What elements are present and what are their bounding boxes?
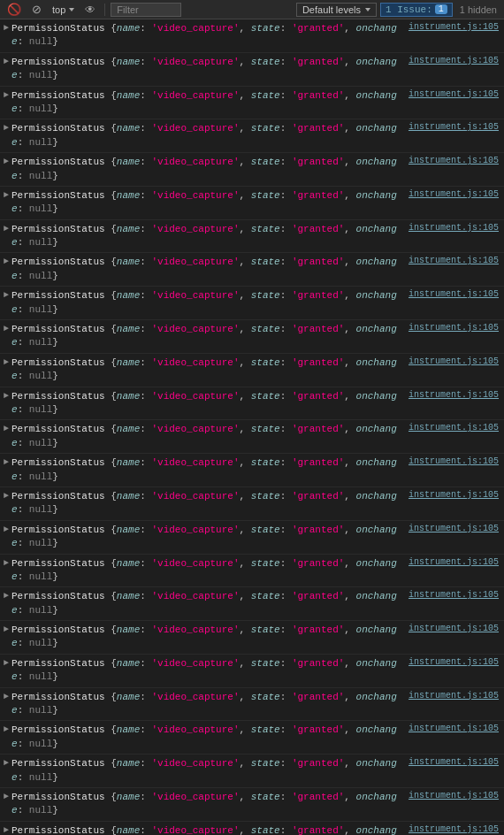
expand-arrow-icon[interactable]: ► [4, 424, 9, 433]
source-link[interactable]: instrument.js:105 [409, 56, 499, 65]
log-content: PermissionStatus {name: 'video_capture',… [11, 691, 403, 718]
table-row: ► PermissionStatus {name: 'video_capture… [0, 87, 504, 120]
clear-console-button[interactable]: 🚫 [4, 2, 25, 17]
table-row: ► PermissionStatus {name: 'video_capture… [0, 822, 504, 835]
table-row: ► PermissionStatus {name: 'video_capture… [0, 220, 504, 254]
expand-arrow-icon[interactable]: ► [4, 491, 9, 501]
object-type-label: PermissionStatus [11, 57, 105, 67]
table-row: ► PermissionStatus {name: 'video_capture… [0, 320, 504, 354]
table-row: ► PermissionStatus {name: 'video_capture… [0, 153, 504, 187]
expand-arrow-icon[interactable]: ► [4, 724, 9, 734]
show-all-button[interactable]: 👁 [81, 3, 99, 17]
table-row: ► PermissionStatus {name: 'video_capture… [0, 688, 504, 722]
source-link[interactable]: instrument.js:105 [409, 791, 499, 801]
source-link[interactable]: instrument.js:105 [409, 22, 499, 32]
log-content: PermissionStatus {name: 'video_capture',… [11, 390, 403, 418]
hidden-count-label: 1 hidden [460, 4, 497, 15]
object-type-label: PermissionStatus [11, 724, 105, 735]
expand-arrow-icon[interactable]: ► [4, 90, 9, 100]
hidden-messages-button[interactable]: 1 hidden [456, 4, 500, 16]
table-row: ► PermissionStatus {name: 'video_capture… [0, 253, 504, 287]
filter-input[interactable] [111, 3, 181, 17]
source-link[interactable]: instrument.js:105 [409, 590, 499, 600]
expand-arrow-icon[interactable]: ► [4, 624, 9, 634]
source-link[interactable]: instrument.js:105 [409, 156, 499, 165]
expand-arrow-icon[interactable]: ► [4, 591, 9, 601]
log-content: PermissionStatus {name: 'video_capture',… [11, 557, 403, 585]
expand-arrow-icon[interactable]: ► [4, 457, 9, 467]
table-row: ► PermissionStatus {name: 'video_capture… [0, 187, 504, 220]
table-row: ► PermissionStatus {name: 'video_capture… [0, 354, 504, 387]
expand-arrow-icon[interactable]: ► [4, 792, 9, 801]
source-link[interactable]: instrument.js:105 [409, 757, 499, 767]
expand-arrow-icon[interactable]: ► [4, 57, 9, 66]
source-link[interactable]: instrument.js:105 [409, 390, 499, 400]
expand-arrow-icon[interactable]: ► [4, 825, 9, 835]
source-link[interactable]: instrument.js:105 [409, 557, 499, 567]
source-link[interactable]: instrument.js:105 [409, 724, 499, 733]
source-link[interactable]: instrument.js:105 [409, 189, 499, 199]
object-type-label: PermissionStatus [11, 591, 105, 601]
source-link[interactable]: instrument.js:105 [409, 122, 499, 132]
object-type-label: PermissionStatus [11, 324, 105, 334]
source-link[interactable]: instrument.js:105 [409, 490, 499, 500]
log-source: instrument.js:105 [405, 688, 504, 703]
log-source: instrument.js:105 [405, 119, 504, 134]
source-link[interactable]: instrument.js:105 [409, 824, 499, 834]
expand-arrow-icon[interactable]: ► [4, 357, 9, 367]
source-link[interactable]: instrument.js:105 [409, 289, 499, 299]
object-type-label: PermissionStatus [11, 23, 105, 34]
source-link[interactable]: instrument.js:105 [409, 657, 499, 667]
expand-arrow-icon[interactable]: ► [4, 658, 9, 668]
eye-icon: 👁 [85, 4, 95, 16]
expand-arrow-icon[interactable]: ► [4, 257, 9, 266]
expand-arrow-icon[interactable]: ► [4, 692, 9, 701]
log-content: PermissionStatus {name: 'video_capture',… [11, 456, 403, 484]
expand-arrow-icon[interactable]: ► [4, 290, 9, 300]
table-row: ► PermissionStatus {name: 'video_capture… [0, 53, 504, 87]
log-content: PermissionStatus {name: 'video_capture',… [11, 724, 403, 751]
expand-arrow-icon[interactable]: ► [4, 23, 9, 33]
issues-label: 1 Issue: [386, 4, 432, 15]
object-type-label: PermissionStatus [11, 558, 105, 569]
expand-arrow-icon[interactable]: ► [4, 391, 9, 401]
object-type-label: PermissionStatus [11, 424, 105, 434]
context-label: top [52, 4, 65, 15]
log-source: instrument.js:105 [405, 621, 504, 636]
source-link[interactable]: instrument.js:105 [409, 323, 499, 333]
object-type-label: PermissionStatus [11, 457, 105, 468]
filter-toggle-button[interactable]: ⊘ [28, 2, 45, 17]
log-levels-button[interactable]: Default levels [296, 3, 377, 17]
expand-arrow-icon[interactable]: ► [4, 758, 9, 768]
source-link[interactable]: instrument.js:105 [409, 356, 499, 366]
log-source: instrument.js:105 [405, 187, 504, 202]
expand-arrow-icon[interactable]: ► [4, 157, 9, 166]
issues-badge[interactable]: 1 Issue: 1 [380, 3, 453, 17]
source-link[interactable]: instrument.js:105 [409, 423, 499, 433]
context-selector-button[interactable]: top [49, 4, 78, 16]
object-type-label: PermissionStatus [11, 758, 105, 769]
expand-arrow-icon[interactable]: ► [4, 324, 9, 333]
log-content: PermissionStatus {name: 'video_capture',… [11, 323, 403, 350]
log-content: PermissionStatus {name: 'video_capture',… [11, 189, 403, 217]
expand-arrow-icon[interactable]: ► [4, 190, 9, 200]
log-source: instrument.js:105 [405, 19, 504, 34]
table-row: ► PermissionStatus {name: 'video_capture… [0, 621, 504, 655]
source-link[interactable]: instrument.js:105 [409, 691, 499, 701]
log-content: PermissionStatus {name: 'video_capture',… [11, 423, 403, 450]
source-link[interactable]: instrument.js:105 [409, 256, 499, 265]
source-link[interactable]: instrument.js:105 [409, 223, 499, 233]
log-source: instrument.js:105 [405, 387, 504, 402]
console-toolbar: 🚫 ⊘ top 👁 Default levels 1 Issue: 1 1 hi… [0, 0, 504, 19]
source-link[interactable]: instrument.js:105 [409, 624, 499, 633]
expand-arrow-icon[interactable]: ► [4, 558, 9, 568]
expand-arrow-icon[interactable]: ► [4, 224, 9, 234]
source-link[interactable]: instrument.js:105 [409, 89, 499, 99]
log-source: instrument.js:105 [405, 320, 504, 335]
log-source: instrument.js:105 [405, 487, 504, 502]
expand-arrow-icon[interactable]: ► [4, 525, 9, 534]
source-link[interactable]: instrument.js:105 [409, 524, 499, 533]
log-source: instrument.js:105 [405, 420, 504, 435]
expand-arrow-icon[interactable]: ► [4, 123, 9, 133]
source-link[interactable]: instrument.js:105 [409, 456, 499, 466]
